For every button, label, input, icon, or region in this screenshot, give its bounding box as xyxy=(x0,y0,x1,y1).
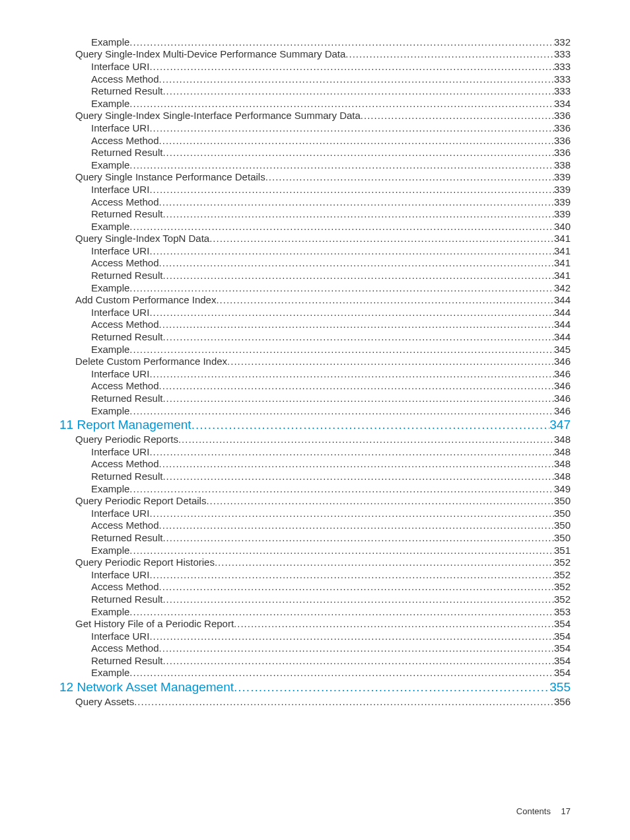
page-footer: Contents 17 xyxy=(516,806,571,816)
toc-entry[interactable]: Access Method352 xyxy=(59,581,571,593)
toc-entry[interactable]: Example346 xyxy=(59,404,571,417)
toc-entry-page: 355 xyxy=(549,681,571,693)
toc-entry-label: Returned Result xyxy=(91,209,162,219)
toc-entry[interactable]: Interface URI352 xyxy=(59,568,571,581)
toc-entry[interactable]: Interface URI346 xyxy=(59,367,571,380)
toc-entry-label: Access Method xyxy=(91,74,159,84)
toc-entry[interactable]: Query Single-Index Multi-Device Performa… xyxy=(59,48,571,61)
toc-entry[interactable]: 12 Network Asset Management355 xyxy=(59,679,571,695)
toc-entry-page: 348 xyxy=(554,459,571,469)
toc-entry-label: Interface URI xyxy=(91,123,149,133)
toc-entry[interactable]: Returned Result348 xyxy=(59,470,571,482)
toc-entry-page: 336 xyxy=(554,147,571,157)
toc-entry[interactable]: Interface URI344 xyxy=(59,306,571,319)
toc-entry[interactable]: Example338 xyxy=(59,159,571,171)
toc-entry-page: 348 xyxy=(554,471,571,481)
toc-entry[interactable]: Example353 xyxy=(59,605,571,618)
toc-leader-dots xyxy=(129,37,554,47)
toc-entry[interactable]: Interface URI336 xyxy=(59,122,571,134)
toc-entry-page: 351 xyxy=(554,545,571,555)
toc-leader-dots xyxy=(149,184,554,194)
toc-entry-page: 333 xyxy=(554,74,571,84)
toc-leader-dots xyxy=(149,369,554,379)
toc-leader-dots xyxy=(159,319,554,329)
toc-entry-label: Query Single Instance Performance Detail… xyxy=(75,172,265,182)
toc-entry-page: 336 xyxy=(554,135,571,145)
toc-entry[interactable]: Query Single-Index TopN Data341 xyxy=(59,233,571,245)
toc-entry[interactable]: Delete Custom Performance Index346 xyxy=(59,355,571,367)
toc-leader-dots xyxy=(129,668,554,677)
toc-entry[interactable]: Interface URI350 xyxy=(59,507,571,519)
toc-entry[interactable]: Access Method333 xyxy=(59,73,571,85)
toc-entry-label: Interface URI xyxy=(91,184,149,194)
toc-entry-label: Example xyxy=(91,37,129,47)
toc-entry[interactable]: Example354 xyxy=(59,667,571,679)
toc-entry-label: Get History File of a Periodic Report xyxy=(75,619,234,629)
toc-leader-dots xyxy=(134,697,554,706)
toc-entry[interactable]: Query Assets356 xyxy=(59,695,571,708)
toc-entry[interactable]: Query Periodic Report Details350 xyxy=(59,494,571,507)
toc-entry[interactable]: Example345 xyxy=(59,343,571,356)
toc-leader-dots xyxy=(149,508,554,518)
toc-entry[interactable]: Access Method350 xyxy=(59,519,571,532)
toc-entry[interactable]: Returned Result354 xyxy=(59,654,571,667)
toc-leader-dots xyxy=(162,209,554,219)
toc-entry[interactable]: Returned Result333 xyxy=(59,85,571,97)
toc-entry[interactable]: Returned Result344 xyxy=(59,330,571,343)
toc-entry[interactable]: Returned Result336 xyxy=(59,146,571,159)
toc-entry[interactable]: Interface URI354 xyxy=(59,630,571,642)
toc-entry-page: 356 xyxy=(554,697,571,706)
toc-entry[interactable]: Returned Result339 xyxy=(59,208,571,220)
toc-entry-page: 352 xyxy=(554,582,571,592)
toc-entry-page: 342 xyxy=(554,283,571,293)
toc-entry-label: Returned Result xyxy=(91,86,162,96)
toc-entry-label: Access Method xyxy=(91,319,159,329)
toc-entry-label: Example xyxy=(91,607,129,617)
toc-entry-page: 354 xyxy=(554,631,571,641)
toc-entry[interactable]: 11 Report Management347 xyxy=(59,416,571,433)
toc-entry-label: Interface URI xyxy=(91,61,149,71)
toc-entry[interactable]: Access Method344 xyxy=(59,319,571,331)
toc-entry-label: Interface URI xyxy=(91,447,149,457)
toc-entry[interactable]: Query Periodic Reports348 xyxy=(59,433,571,445)
toc-entry[interactable]: Example340 xyxy=(59,220,571,233)
toc-entry-label: Delete Custom Performance Index xyxy=(75,356,227,366)
table-of-contents: Example332Query Single-Index Multi-Devic… xyxy=(59,36,571,708)
toc-entry[interactable]: Access Method346 xyxy=(59,380,571,393)
toc-entry[interactable]: Interface URI339 xyxy=(59,183,571,196)
toc-entry[interactable]: Access Method336 xyxy=(59,134,571,147)
toc-entry[interactable]: Example342 xyxy=(59,282,571,294)
toc-entry-page: 332 xyxy=(554,37,571,47)
toc-entry[interactable]: Returned Result350 xyxy=(59,531,571,544)
toc-entry[interactable]: Access Method348 xyxy=(59,458,571,471)
toc-entry-label: Example xyxy=(91,545,129,555)
toc-entry[interactable]: Returned Result346 xyxy=(59,392,571,404)
toc-entry-label: Query Periodic Report Details xyxy=(75,496,206,506)
toc-entry[interactable]: Access Method339 xyxy=(59,196,571,208)
toc-entry[interactable]: Example349 xyxy=(59,482,571,495)
toc-entry[interactable]: Query Single Instance Performance Detail… xyxy=(59,171,571,184)
toc-leader-dots xyxy=(162,393,554,403)
toc-entry[interactable]: Example332 xyxy=(59,36,571,48)
toc-leader-dots xyxy=(149,570,554,580)
toc-entry[interactable]: Query Periodic Report Histories352 xyxy=(59,556,571,568)
toc-entry[interactable]: Interface URI333 xyxy=(59,60,571,73)
toc-entry[interactable]: Access Method354 xyxy=(59,642,571,655)
toc-entry-page: 348 xyxy=(554,447,571,457)
toc-entry[interactable]: Query Single-Index Single-Interface Perf… xyxy=(59,110,571,122)
toc-entry[interactable]: Returned Result352 xyxy=(59,593,571,605)
toc-entry[interactable]: Example334 xyxy=(59,97,571,110)
toc-entry-page: 354 xyxy=(554,668,571,677)
toc-entry[interactable]: Add Custom Performance Index344 xyxy=(59,293,571,306)
toc-entry[interactable]: Access Method341 xyxy=(59,257,571,270)
toc-entry-page: 349 xyxy=(554,484,571,494)
toc-leader-dots xyxy=(162,656,554,666)
toc-entry-page: 348 xyxy=(554,434,571,444)
toc-entry[interactable]: Interface URI341 xyxy=(59,245,571,257)
toc-entry-page: 347 xyxy=(549,418,571,431)
toc-entry[interactable]: Example351 xyxy=(59,544,571,556)
toc-entry[interactable]: Interface URI348 xyxy=(59,445,571,458)
toc-entry[interactable]: Get History File of a Periodic Report354 xyxy=(59,617,571,630)
toc-leader-dots xyxy=(129,221,554,231)
toc-entry[interactable]: Returned Result341 xyxy=(59,269,571,282)
